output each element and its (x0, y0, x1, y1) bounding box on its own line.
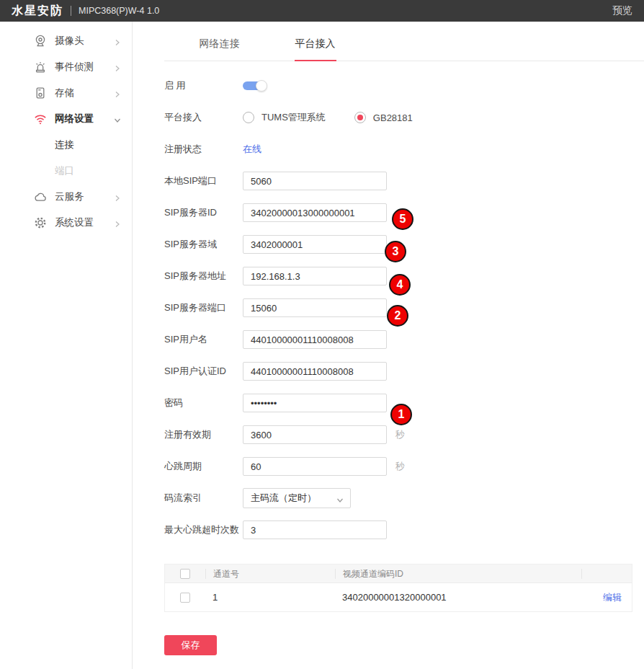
radio-tums[interactable]: TUMS管理系统 (243, 111, 326, 124)
sidebar-subitem-label: 连接 (55, 138, 74, 151)
sip-username-row: SIP用户名 (164, 330, 644, 349)
stream-index-select[interactable]: 主码流（定时） (243, 488, 351, 508)
stream-index-label: 码流索引 (164, 492, 243, 505)
chevron-right-icon (113, 218, 122, 227)
local-sip-port-row: 本地SIP端口 (164, 172, 644, 190)
top-header-bar: 水星安防 MIPC368(P)W-4 1.0 预览 (0, 0, 644, 22)
chevron-right-icon (113, 63, 122, 71)
gear-icon (33, 216, 48, 230)
sip-auth-id-row: SIP用户认证ID (164, 362, 644, 381)
sip-server-id-input[interactable] (243, 203, 387, 222)
sidebar-item-system-settings[interactable]: 系统设置 (0, 210, 132, 236)
sip-server-id-label: SIP服务器ID (164, 206, 243, 219)
toggle-knob (256, 80, 267, 92)
chevron-down-icon (113, 115, 122, 123)
channel-number-cell: 1 (205, 592, 335, 603)
heartbeat-period-label: 心跳周期 (164, 460, 243, 473)
heartbeat-period-input[interactable] (243, 457, 387, 476)
wifi-icon (33, 112, 48, 126)
seconds-unit: 秒 (395, 460, 405, 473)
sidebar-item-label: 摄像头 (55, 35, 84, 48)
sip-server-port-input[interactable] (243, 298, 387, 317)
annotation-badge-step-4: 4 (389, 274, 411, 296)
sidebar-nav: 摄像头 事件侦测 存储 (0, 22, 133, 669)
sidebar-subitem-connection[interactable]: 连接 (0, 132, 132, 158)
sip-server-port-label: SIP服务器端口 (164, 301, 243, 314)
radio-circle-unselected (243, 112, 254, 123)
annotation-badge-step-3: 3 (385, 241, 406, 262)
password-label: 密码 (164, 396, 243, 409)
camera-icon (33, 34, 48, 48)
sidebar-subitem-label: 端口 (55, 164, 74, 177)
platform-access-label: 平台接入 (164, 111, 243, 124)
radio-label: GB28181 (373, 112, 413, 123)
annotation-badge-step-1: 1 (390, 404, 412, 425)
cloud-icon (33, 190, 48, 204)
brand-logo: 水星安防 (12, 4, 63, 19)
radio-gb28181[interactable]: GB28181 (354, 112, 413, 123)
max-heartbeat-timeout-input[interactable] (243, 520, 387, 539)
sip-server-address-input[interactable] (243, 267, 387, 285)
registration-validity-row: 注册有效期 秒 (164, 425, 644, 444)
sidebar-item-label: 云服务 (55, 190, 84, 203)
row-checkbox[interactable] (180, 593, 190, 603)
storage-icon (33, 86, 48, 100)
tab-bar: 网络连接 平台接入 (164, 22, 644, 61)
platform-access-form: 启 用 平台接入 TUMS管理系统 GB28181 注册状态 在线 (133, 61, 644, 539)
password-input[interactable] (243, 394, 387, 412)
radio-label: TUMS管理系统 (261, 111, 326, 124)
save-button[interactable]: 保存 (164, 635, 217, 655)
chevron-right-icon (113, 192, 122, 201)
annotation-badge-step-2: 2 (387, 305, 408, 327)
registration-validity-input[interactable] (243, 425, 387, 444)
sip-server-domain-label: SIP服务器域 (164, 238, 243, 251)
heartbeat-period-row: 心跳周期 秒 (164, 457, 644, 476)
tab-platform-access[interactable]: 平台接入 (267, 22, 363, 61)
sidebar-item-storage[interactable]: 存储 (0, 80, 132, 106)
alarm-icon (33, 60, 48, 74)
sidebar-item-cloud-service[interactable]: 云服务 (0, 184, 132, 210)
max-heartbeat-timeout-label: 最大心跳超时次数 (164, 523, 243, 536)
main-content: 网络连接 平台接入 启 用 平台接入 TUMS管理系统 GB28181 (133, 22, 644, 669)
sidebar-subitem-port[interactable]: 端口 (0, 158, 132, 184)
registration-status-value[interactable]: 在线 (243, 143, 261, 156)
channel-table: 通道号 视频通道编码ID 1 34020000001320000001 编辑 (164, 564, 632, 612)
stream-index-row: 码流索引 主码流（定时） (164, 489, 644, 508)
enable-toggle[interactable] (243, 80, 267, 92)
channel-table-header: 通道号 视频通道编码ID (165, 564, 632, 582)
platform-radio-group: TUMS管理系统 GB28181 (243, 111, 442, 124)
local-sip-port-input[interactable] (243, 172, 387, 190)
preview-link[interactable]: 预览 (612, 4, 632, 17)
tab-network-connection[interactable]: 网络连接 (171, 22, 267, 61)
edit-link[interactable]: 编辑 (603, 592, 622, 603)
sip-auth-id-input[interactable] (243, 362, 387, 381)
table-row: 1 34020000001320000001 编辑 (165, 582, 632, 611)
enable-label: 启 用 (164, 79, 243, 92)
local-sip-port-label: 本地SIP端口 (164, 174, 243, 187)
sidebar-item-event-detection[interactable]: 事件侦测 (0, 54, 132, 80)
sip-server-domain-input[interactable] (243, 235, 387, 254)
platform-access-row: 平台接入 TUMS管理系统 GB28181 (164, 108, 644, 127)
sip-username-input[interactable] (243, 330, 387, 349)
sidebar-item-network-settings[interactable]: 网络设置 (0, 106, 132, 132)
device-model: MIPC368(P)W-4 1.0 (79, 6, 159, 16)
chevron-right-icon (113, 89, 122, 97)
radio-circle-selected (354, 112, 366, 123)
stream-index-value: 主码流（定时） (251, 492, 316, 505)
seconds-unit: 秒 (395, 428, 405, 441)
sidebar-item-camera[interactable]: 摄像头 (0, 28, 132, 54)
sidebar-item-label: 网络设置 (55, 112, 94, 125)
annotation-badge-step-5: 5 (392, 208, 413, 230)
chevron-right-icon (113, 37, 122, 45)
sidebar-item-label: 事件侦测 (55, 61, 94, 74)
video-channel-id-cell: 34020000001320000001 (335, 592, 581, 603)
registration-status-row: 注册状态 在线 (164, 140, 644, 159)
header-divider (71, 6, 71, 16)
action-header (581, 569, 632, 579)
registration-status-label: 注册状态 (164, 143, 243, 156)
select-all-checkbox[interactable] (180, 569, 190, 579)
video-channel-id-header: 视频通道编码ID (335, 569, 581, 579)
channel-number-header: 通道号 (205, 569, 335, 579)
max-heartbeat-timeout-row: 最大心跳超时次数 (164, 520, 644, 539)
sip-username-label: SIP用户名 (164, 333, 243, 346)
